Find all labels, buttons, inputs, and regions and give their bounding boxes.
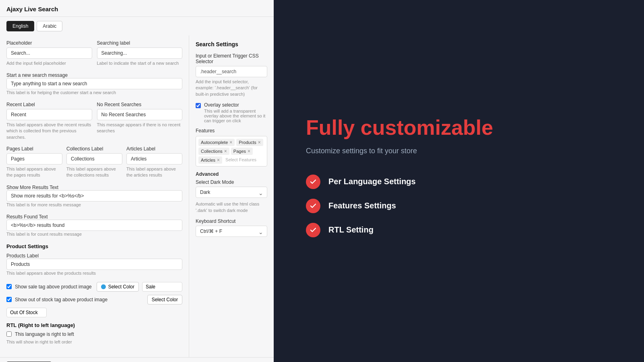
rtl-checkbox[interactable] — [6, 331, 12, 337]
collections-label-hint: This label appears above the collections… — [66, 166, 122, 179]
results-found-label: Results Found Text — [6, 214, 48, 220]
collections-label-label: Collections Label — [66, 146, 122, 152]
feature-tag-products: Products × — [236, 139, 263, 146]
products-label-label: Products Label — [6, 253, 39, 259]
results-found-group: Results Found Text This label is for cou… — [6, 214, 182, 237]
articles-label-hint: This label appears above the articles re… — [126, 166, 182, 179]
articles-label-input[interactable] — [126, 153, 182, 165]
rtl-section: RTL (Right to left language) This langua… — [6, 322, 182, 345]
sale-color-btn[interactable]: Select Color — [97, 282, 139, 292]
results-found-hint: This label is for count results message — [6, 232, 82, 237]
collections-label-group: Collections Label This label appears abo… — [66, 146, 122, 179]
recent-label-label: Recent Label — [6, 102, 92, 107]
rtl-title: RTL (Right to left language) — [6, 322, 182, 328]
promo-headline: Fully customizable — [306, 115, 493, 140]
sale-tag-checkbox[interactable] — [6, 284, 12, 289]
css-selector-label: Input or Element Trigger CSS Selector — [196, 53, 267, 64]
no-recent-hint: This message appears if there is no rece… — [97, 122, 183, 134]
overlay-hint: This will add a transparent overlay abov… — [204, 109, 267, 123]
articles-label-label: Articles Label — [126, 146, 182, 152]
show-more-results-input[interactable] — [6, 190, 182, 202]
dark-mode-select[interactable]: Dark Light Automatic — [196, 187, 267, 198]
no-recent-input[interactable] — [97, 109, 183, 120]
css-selector-input[interactable] — [196, 66, 267, 77]
tab-arabic[interactable]: Arabic — [37, 21, 62, 31]
promo-panel: Fully customizable Customize settings to… — [274, 0, 644, 362]
placeholder-hint: Add the input field placeholder — [6, 60, 92, 66]
feature-tag-pages: Pages × — [231, 148, 253, 155]
overlay-row: Overlay selector This will add a transpa… — [196, 102, 267, 123]
keyboard-shortcut-select[interactable]: Ctrl/⌘ + F None Custom — [196, 226, 267, 237]
app-title: Ajaxy Live Search — [0, 0, 274, 17]
searching-label-label: Searching label — [97, 40, 183, 46]
features-tags-container: Autocomplete × Products × Collections × … — [196, 136, 267, 167]
tag-label-collections: Collections — [201, 149, 223, 154]
show-more-results-hint: This label is for more results message — [6, 202, 81, 207]
results-found-input[interactable] — [6, 220, 182, 231]
tag-close-articles[interactable]: × — [217, 157, 220, 163]
sale-tag-input[interactable] — [142, 282, 182, 292]
products-label-input[interactable] — [6, 259, 182, 270]
tag-close-pages[interactable]: × — [248, 148, 250, 154]
promo-feature-text-features-settings: Features Settings — [328, 201, 396, 210]
features-label: Features — [196, 128, 267, 134]
overlay-checkbox[interactable] — [196, 103, 201, 108]
checkmark-svg-3 — [310, 226, 317, 234]
tab-english[interactable]: English — [6, 21, 34, 31]
searching-label-group: Searching label Label to indicate the st… — [97, 40, 183, 66]
feature-tag-collections: Collections × — [198, 148, 229, 155]
feature-tag-articles: Articles × — [198, 156, 222, 164]
placeholder-input[interactable] — [6, 47, 92, 59]
css-selector-group: Input or Element Trigger CSS Selector Ad… — [196, 53, 267, 97]
overlay-text-group: Overlay selector This will add a transpa… — [204, 102, 267, 123]
new-search-message-hint: This label is for helping the customer s… — [6, 90, 116, 95]
product-settings-title: Product Settings — [6, 243, 182, 249]
overlay-label: Overlay selector — [204, 102, 267, 108]
dark-mode-label: Select Dark Mode — [196, 179, 267, 185]
tag-label-articles: Articles — [201, 158, 215, 162]
product-settings-section: Product Settings Products Label This lab… — [6, 243, 182, 317]
out-of-stock-row: Show out of stock tag above product imag… — [6, 295, 182, 317]
collections-label-input[interactable] — [66, 153, 122, 165]
show-more-results-label: Show More Results Text — [6, 185, 58, 190]
left-settings-column: Placeholder Add the input field placehol… — [0, 35, 189, 357]
tag-close-autocomplete[interactable]: × — [229, 140, 232, 145]
labels-three-col: Pages Label This label appears above the… — [6, 146, 182, 179]
tag-close-products[interactable]: × — [258, 140, 261, 145]
placeholder-label: Placeholder — [6, 40, 92, 46]
settings-container: Placeholder Add the input field placehol… — [0, 35, 274, 357]
promo-feature-rtl: RTL Setting — [306, 223, 374, 237]
checkmark-svg — [310, 178, 317, 185]
select-features-placeholder[interactable]: Select Features — [224, 156, 258, 164]
sale-color-dot — [101, 284, 106, 289]
check-icon-rtl — [306, 223, 320, 237]
recent-label-input[interactable] — [6, 109, 92, 120]
no-recent-group: No Recent Searches This message appears … — [97, 102, 183, 140]
rtl-checkbox-row: This language is right to left — [6, 331, 182, 337]
keyboard-shortcut-wrapper: Ctrl/⌘ + F None Custom — [196, 226, 267, 239]
products-label-hint: This label appears above the products re… — [6, 271, 96, 276]
tag-label-products: Products — [239, 140, 256, 145]
out-of-stock-color-btn[interactable]: Select Color — [147, 295, 182, 304]
recent-label-hint: This label appears above the recent resu… — [6, 122, 92, 140]
pages-label-input[interactable] — [6, 153, 62, 165]
dark-mode-hint: Automatic will use the html class '.dark… — [196, 201, 267, 214]
check-icon-features-settings — [306, 199, 320, 213]
searching-label-input[interactable] — [97, 47, 183, 59]
articles-label-group: Articles Label This label appears above … — [126, 146, 182, 179]
promo-headline-prefix: Fully — [306, 116, 361, 139]
out-of-stock-checkbox[interactable] — [6, 297, 12, 302]
pages-label-group: Pages Label This label appears above the… — [6, 146, 62, 179]
feature-tag-autocomplete: Autocomplete × — [198, 139, 235, 146]
tag-label-pages: Pages — [233, 149, 246, 154]
out-of-stock-tag-input[interactable] — [6, 308, 47, 317]
search-settings-title: Search Settings — [196, 41, 267, 47]
search-settings-panel: Search Settings Input or Element Trigger… — [189, 35, 274, 357]
out-of-stock-color-label: Select Color — [152, 297, 178, 302]
new-search-message-input[interactable] — [6, 78, 182, 89]
features-group: Features Autocomplete × Products × Colle… — [196, 128, 267, 167]
left-panel: Ajaxy Live Search English Arabic Placeho… — [0, 0, 274, 362]
promo-headline-accent: customizable — [361, 116, 493, 139]
placeholder-row: Placeholder Add the input field placehol… — [6, 40, 182, 66]
tag-close-collections[interactable]: × — [224, 148, 227, 154]
